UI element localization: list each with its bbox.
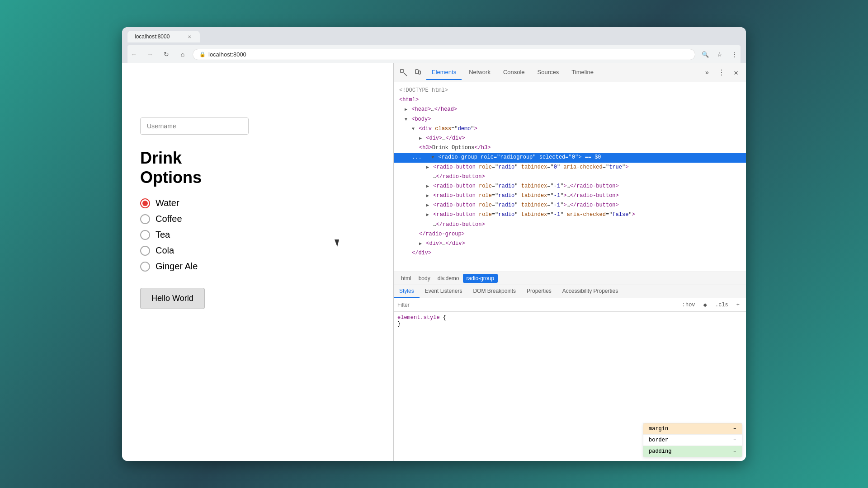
- expand-div-inner-arrow[interactable]: ▶: [419, 135, 422, 142]
- styles-hov-btn[interactable]: :hov: [679, 301, 698, 309]
- styles-tab-properties[interactable]: Properties: [521, 285, 557, 298]
- styles-tab-event-listeners[interactable]: Event Listeners: [420, 285, 468, 298]
- username-input[interactable]: [140, 117, 249, 135]
- device-icon: [415, 69, 422, 76]
- tab-bar: localhost:8000 ✕: [127, 31, 741, 42]
- breadcrumb-radio-group[interactable]: radio-group: [463, 274, 498, 283]
- browser-content: Drink Options Water Coffee Tea: [122, 63, 746, 461]
- styles-tab-accessibility[interactable]: Accessibility Properties: [557, 285, 623, 298]
- box-model-popup: margin – border – padding –: [643, 423, 742, 457]
- dom-line-doctype[interactable]: <!DOCTYPE html>: [394, 86, 746, 95]
- refresh-icon: ↻: [164, 51, 169, 58]
- dom-line-body-open[interactable]: ▼ <body>: [394, 115, 746, 124]
- breadcrumb-body[interactable]: body: [415, 274, 434, 283]
- box-model-padding-value[interactable]: –: [733, 448, 736, 455]
- dom-line-radio-btn-1[interactable]: ▶ <radio-button role="radio" tabindex="0…: [394, 163, 746, 172]
- dom-line-radio-btn-2[interactable]: ▶ <radio-button role="radio" tabindex="-…: [394, 182, 746, 191]
- home-button[interactable]: ⌂: [176, 48, 189, 61]
- devtools-more-tabs-btn[interactable]: »: [701, 66, 713, 79]
- radio-item-cola[interactable]: Cola: [140, 245, 198, 256]
- expand-radio-btn-3-arrow[interactable]: ▶: [426, 192, 429, 200]
- devtools-tab-timeline[interactable]: Timeline: [566, 65, 599, 80]
- box-model-border-row[interactable]: border –: [643, 435, 742, 446]
- devtools-tab-network[interactable]: Network: [463, 65, 496, 80]
- styles-filter-input[interactable]: [397, 302, 676, 308]
- dom-line-radio-btn-5[interactable]: ▶ <radio-button role="radio" tabindex="-…: [394, 210, 746, 220]
- dom-line-div-last[interactable]: ▶ <div>…</div>: [394, 239, 746, 249]
- box-model-area: margin – border – padding –: [394, 423, 746, 461]
- radio-item-water[interactable]: Water: [140, 198, 198, 208]
- radio-circle-water: [140, 198, 150, 208]
- radio-circle-tea: [140, 230, 150, 240]
- expand-div-last-arrow[interactable]: ▶: [419, 240, 422, 248]
- toolbar-actions: 🔍 ☆ ⋮: [699, 48, 741, 61]
- radio-item-coffee[interactable]: Coffee: [140, 214, 198, 224]
- styles-panel: Styles Event Listeners DOM Breakpoints P…: [394, 285, 746, 461]
- styles-tab-dom-breakpoints[interactable]: DOM Breakpoints: [467, 285, 521, 298]
- page-view: Drink Options Water Coffee Tea: [122, 63, 393, 334]
- dom-line-head[interactable]: ▶ <head>…</head>: [394, 105, 746, 114]
- dom-line-h3[interactable]: <h3>Drink Options</h3>: [394, 143, 746, 153]
- expand-radio-btn-5-arrow[interactable]: ▶: [426, 211, 429, 219]
- devtools-panel: Elements Network Console Sources Timelin…: [393, 63, 746, 461]
- devtools-tab-elements[interactable]: Elements: [426, 65, 462, 80]
- styles-tab-styles[interactable]: Styles: [394, 285, 420, 298]
- svg-line-1: [404, 73, 407, 76]
- hello-world-button[interactable]: Hello World: [140, 288, 205, 309]
- devtools-tab-sources[interactable]: Sources: [532, 65, 565, 80]
- dom-line-radio-btn-4[interactable]: ▶ <radio-button role="radio" tabindex="-…: [394, 201, 746, 210]
- back-button[interactable]: ←: [127, 48, 140, 61]
- box-model-padding-row[interactable]: padding –: [643, 446, 742, 457]
- dom-line-html[interactable]: <html>: [394, 95, 746, 105]
- styles-cls-btn[interactable]: .cls: [712, 301, 731, 309]
- dom-line-radio-btn-1-close[interactable]: …</radio-button>: [394, 172, 746, 182]
- svg-rect-3: [419, 71, 420, 74]
- dom-line-div-close[interactable]: </div>: [394, 249, 746, 258]
- address-bar[interactable]: 🔒 localhost:8000: [193, 49, 695, 60]
- url-text: localhost:8000: [208, 51, 246, 58]
- styles-add-btn[interactable]: +: [734, 301, 742, 309]
- dom-line-radio-group[interactable]: ... ▼ <radio-group role="radiogroup" sel…: [394, 153, 746, 162]
- refresh-button[interactable]: ↻: [160, 48, 173, 61]
- box-model-margin-row[interactable]: margin –: [643, 423, 742, 435]
- browser-tab-active[interactable]: localhost:8000 ✕: [127, 31, 200, 42]
- dom-line-radio-group-close[interactable]: </radio-group>: [394, 230, 746, 239]
- element-style-rule: element.style { }: [397, 314, 742, 327]
- expand-radio-btn-4-arrow[interactable]: ▶: [426, 202, 429, 209]
- expand-head-arrow[interactable]: ▶: [405, 106, 407, 113]
- bookmark-button[interactable]: ☆: [713, 48, 726, 61]
- styles-cls-diamond-icon[interactable]: ◆: [701, 300, 710, 310]
- styles-content: element.style { }: [394, 312, 746, 332]
- search-button[interactable]: 🔍: [699, 48, 712, 61]
- dom-line-radio-btn-3[interactable]: ▶ <radio-button role="radio" tabindex="-…: [394, 191, 746, 201]
- box-model-border-value[interactable]: –: [733, 437, 736, 443]
- box-model-margin-value[interactable]: –: [733, 426, 736, 432]
- dom-line-div-inner[interactable]: ▶ <div>…</div>: [394, 134, 746, 143]
- radio-item-tea[interactable]: Tea: [140, 230, 198, 240]
- devtools-device-btn[interactable]: [412, 66, 425, 79]
- breadcrumb-div-demo[interactable]: div.demo: [434, 274, 463, 283]
- dom-line-radio-btn-5-close[interactable]: …</radio-button>: [394, 220, 746, 230]
- radio-label-tea: Tea: [156, 230, 170, 240]
- dom-line-div-demo[interactable]: ▼ <div class="demo">: [394, 124, 746, 134]
- expand-radio-group-arrow[interactable]: ▼: [431, 154, 434, 161]
- breadcrumb-html[interactable]: html: [397, 274, 415, 283]
- expand-div-demo-arrow[interactable]: ▼: [412, 126, 415, 133]
- tab-close-btn[interactable]: ✕: [186, 33, 193, 40]
- more-menu-button[interactable]: ⋮: [728, 48, 741, 61]
- devtools-tab-console[interactable]: Console: [498, 65, 530, 80]
- devtools-options-btn[interactable]: ⋮: [715, 66, 728, 79]
- devtools-close-btn[interactable]: ✕: [730, 66, 742, 79]
- tab-label: localhost:8000: [135, 33, 170, 40]
- expand-body-arrow[interactable]: ▼: [405, 116, 407, 123]
- radio-label-water: Water: [156, 198, 179, 208]
- expand-radio-btn-1-arrow[interactable]: ▶: [426, 164, 429, 171]
- devtools-inspect-btn[interactable]: [397, 66, 410, 79]
- browser-chrome: localhost:8000 ✕ ← → ↻ ⌂ 🔒 localhost:800…: [122, 27, 746, 63]
- page-view-wrapper: Drink Options Water Coffee Tea: [122, 63, 393, 461]
- dom-tree: <!DOCTYPE html> <html> ▶ <head>…</head> …: [394, 82, 746, 272]
- radio-item-ginger-ale[interactable]: Ginger Ale: [140, 261, 198, 272]
- box-model-padding-label: padding: [649, 448, 671, 455]
- forward-button[interactable]: →: [144, 48, 156, 61]
- expand-radio-btn-2-arrow[interactable]: ▶: [426, 183, 429, 190]
